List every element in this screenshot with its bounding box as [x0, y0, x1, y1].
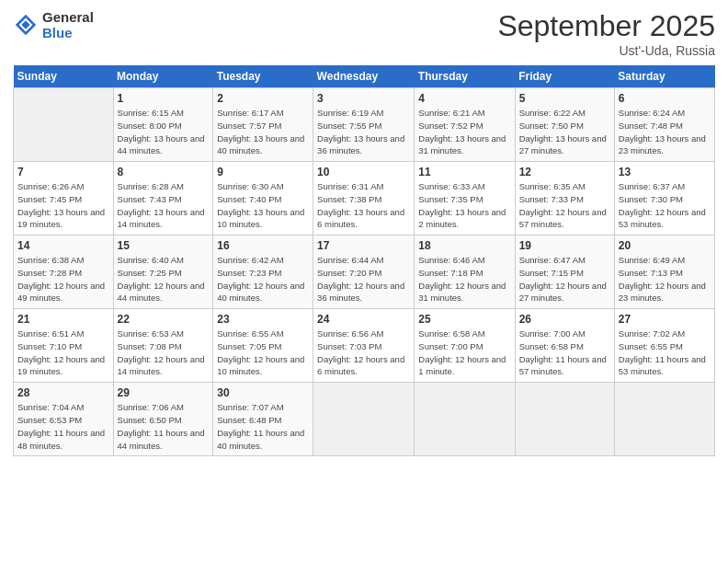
day-cell: 5Sunrise: 6:22 AM Sunset: 7:50 PM Daylig… — [515, 88, 614, 162]
day-cell: 13Sunrise: 6:37 AM Sunset: 7:30 PM Dayli… — [614, 162, 714, 236]
day-cell: 7Sunrise: 6:26 AM Sunset: 7:45 PM Daylig… — [14, 162, 114, 236]
day-info: Sunrise: 6:42 AM Sunset: 7:23 PM Dayligh… — [217, 254, 309, 304]
day-cell: 10Sunrise: 6:31 AM Sunset: 7:38 PM Dayli… — [313, 162, 415, 236]
week-row-4: 28Sunrise: 7:04 AM Sunset: 6:53 PM Dayli… — [14, 383, 715, 456]
day-cell: 17Sunrise: 6:44 AM Sunset: 7:20 PM Dayli… — [313, 236, 415, 309]
day-number: 15 — [118, 239, 210, 252]
day-cell: 9Sunrise: 6:30 AM Sunset: 7:40 PM Daylig… — [213, 162, 313, 236]
day-number: 9 — [217, 166, 309, 178]
day-info: Sunrise: 6:21 AM Sunset: 7:52 PM Dayligh… — [418, 107, 510, 157]
day-info: Sunrise: 6:22 AM Sunset: 7:50 PM Dayligh… — [519, 107, 610, 157]
day-cell: 14Sunrise: 6:38 AM Sunset: 7:28 PM Dayli… — [14, 236, 114, 309]
day-info: Sunrise: 6:31 AM Sunset: 7:38 PM Dayligh… — [317, 180, 410, 231]
day-number: 12 — [519, 166, 610, 178]
day-cell — [415, 383, 515, 456]
day-info: Sunrise: 6:15 AM Sunset: 8:00 PM Dayligh… — [118, 107, 210, 157]
day-cell: 25Sunrise: 6:58 AM Sunset: 7:00 PM Dayli… — [415, 309, 515, 383]
col-header-friday: Friday — [515, 65, 614, 88]
day-cell — [14, 88, 114, 162]
logo-general: General — [42, 9, 94, 25]
day-info: Sunrise: 6:19 AM Sunset: 7:55 PM Dayligh… — [317, 107, 410, 157]
day-number: 8 — [118, 166, 210, 178]
title-block: September 2025 Ust'-Uda, Russia — [497, 9, 715, 58]
day-number: 30 — [217, 386, 309, 399]
header-row: SundayMondayTuesdayWednesdayThursdayFrid… — [14, 65, 715, 88]
day-number: 11 — [418, 166, 510, 178]
day-info: Sunrise: 7:00 AM Sunset: 6:58 PM Dayligh… — [519, 327, 610, 378]
day-cell — [614, 383, 714, 456]
day-cell — [313, 383, 415, 456]
day-number: 26 — [519, 313, 610, 326]
day-cell: 22Sunrise: 6:53 AM Sunset: 7:08 PM Dayli… — [113, 309, 213, 383]
day-cell: 8Sunrise: 6:28 AM Sunset: 7:43 PM Daylig… — [113, 162, 213, 236]
day-info: Sunrise: 6:30 AM Sunset: 7:40 PM Dayligh… — [217, 180, 309, 231]
day-info: Sunrise: 6:33 AM Sunset: 7:35 PM Dayligh… — [418, 180, 510, 231]
day-number: 28 — [17, 386, 109, 399]
col-header-tuesday: Tuesday — [213, 65, 313, 88]
week-row-0: 1Sunrise: 6:15 AM Sunset: 8:00 PM Daylig… — [14, 88, 715, 162]
day-number: 19 — [519, 239, 610, 252]
day-cell — [515, 383, 614, 456]
day-cell: 23Sunrise: 6:55 AM Sunset: 7:05 PM Dayli… — [213, 309, 313, 383]
day-info: Sunrise: 6:56 AM Sunset: 7:03 PM Dayligh… — [317, 327, 410, 378]
day-info: Sunrise: 6:44 AM Sunset: 7:20 PM Dayligh… — [317, 254, 410, 304]
day-cell: 2Sunrise: 6:17 AM Sunset: 7:57 PM Daylig… — [213, 88, 313, 162]
day-cell: 27Sunrise: 7:02 AM Sunset: 6:55 PM Dayli… — [614, 309, 714, 383]
day-cell: 20Sunrise: 6:49 AM Sunset: 7:13 PM Dayli… — [614, 236, 714, 309]
week-row-3: 21Sunrise: 6:51 AM Sunset: 7:10 PM Dayli… — [14, 309, 715, 383]
day-info: Sunrise: 6:17 AM Sunset: 7:57 PM Dayligh… — [217, 107, 309, 157]
day-number: 13 — [619, 166, 711, 178]
day-number: 10 — [317, 166, 410, 178]
day-info: Sunrise: 6:28 AM Sunset: 7:43 PM Dayligh… — [118, 180, 210, 231]
day-number: 16 — [217, 239, 309, 252]
day-info: Sunrise: 6:37 AM Sunset: 7:30 PM Dayligh… — [619, 180, 711, 231]
day-info: Sunrise: 6:58 AM Sunset: 7:00 PM Dayligh… — [418, 327, 510, 378]
day-cell: 21Sunrise: 6:51 AM Sunset: 7:10 PM Dayli… — [14, 309, 114, 383]
day-info: Sunrise: 6:53 AM Sunset: 7:08 PM Dayligh… — [118, 327, 210, 378]
day-info: Sunrise: 6:26 AM Sunset: 7:45 PM Dayligh… — [17, 180, 109, 231]
day-cell: 11Sunrise: 6:33 AM Sunset: 7:35 PM Dayli… — [415, 162, 515, 236]
col-header-wednesday: Wednesday — [313, 65, 415, 88]
day-cell: 15Sunrise: 6:40 AM Sunset: 7:25 PM Dayli… — [113, 236, 213, 309]
day-info: Sunrise: 6:55 AM Sunset: 7:05 PM Dayligh… — [217, 327, 309, 378]
day-number: 17 — [317, 239, 410, 252]
day-cell: 18Sunrise: 6:46 AM Sunset: 7:18 PM Dayli… — [415, 236, 515, 309]
logo-text: General Blue — [42, 9, 94, 40]
day-number: 3 — [317, 92, 410, 105]
logo-icon — [13, 12, 39, 38]
day-info: Sunrise: 7:04 AM Sunset: 6:53 PM Dayligh… — [17, 401, 109, 452]
day-cell: 1Sunrise: 6:15 AM Sunset: 8:00 PM Daylig… — [113, 88, 213, 162]
day-cell: 24Sunrise: 6:56 AM Sunset: 7:03 PM Dayli… — [313, 309, 415, 383]
day-info: Sunrise: 6:46 AM Sunset: 7:18 PM Dayligh… — [418, 254, 510, 304]
day-number: 5 — [519, 92, 610, 105]
day-number: 22 — [118, 313, 210, 326]
day-number: 25 — [418, 313, 510, 326]
day-cell: 6Sunrise: 6:24 AM Sunset: 7:48 PM Daylig… — [614, 88, 714, 162]
col-header-thursday: Thursday — [415, 65, 515, 88]
day-number: 7 — [17, 166, 109, 178]
header: General Blue September 2025 Ust'-Uda, Ru… — [13, 9, 715, 58]
day-cell: 4Sunrise: 6:21 AM Sunset: 7:52 PM Daylig… — [415, 88, 515, 162]
day-number: 2 — [217, 92, 309, 105]
day-number: 23 — [217, 313, 309, 326]
logo: General Blue — [13, 9, 94, 40]
day-info: Sunrise: 6:49 AM Sunset: 7:13 PM Dayligh… — [619, 254, 711, 304]
calendar-table: SundayMondayTuesdayWednesdayThursdayFrid… — [13, 65, 715, 456]
day-info: Sunrise: 7:06 AM Sunset: 6:50 PM Dayligh… — [118, 401, 210, 452]
day-info: Sunrise: 6:38 AM Sunset: 7:28 PM Dayligh… — [17, 254, 109, 304]
day-cell: 30Sunrise: 7:07 AM Sunset: 6:48 PM Dayli… — [213, 383, 313, 456]
day-cell: 3Sunrise: 6:19 AM Sunset: 7:55 PM Daylig… — [313, 88, 415, 162]
day-info: Sunrise: 6:47 AM Sunset: 7:15 PM Dayligh… — [519, 254, 610, 304]
day-number: 14 — [17, 239, 109, 252]
sub-title: Ust'-Uda, Russia — [497, 43, 715, 58]
day-cell: 26Sunrise: 7:00 AM Sunset: 6:58 PM Dayli… — [515, 309, 614, 383]
day-info: Sunrise: 6:51 AM Sunset: 7:10 PM Dayligh… — [17, 327, 109, 378]
day-number: 1 — [118, 92, 210, 105]
day-number: 27 — [619, 313, 711, 326]
day-number: 4 — [418, 92, 510, 105]
main-title: September 2025 — [497, 9, 715, 43]
week-row-2: 14Sunrise: 6:38 AM Sunset: 7:28 PM Dayli… — [14, 236, 715, 309]
day-info: Sunrise: 6:35 AM Sunset: 7:33 PM Dayligh… — [519, 180, 610, 231]
page: General Blue September 2025 Ust'-Uda, Ru… — [0, 0, 728, 563]
week-row-1: 7Sunrise: 6:26 AM Sunset: 7:45 PM Daylig… — [14, 162, 715, 236]
